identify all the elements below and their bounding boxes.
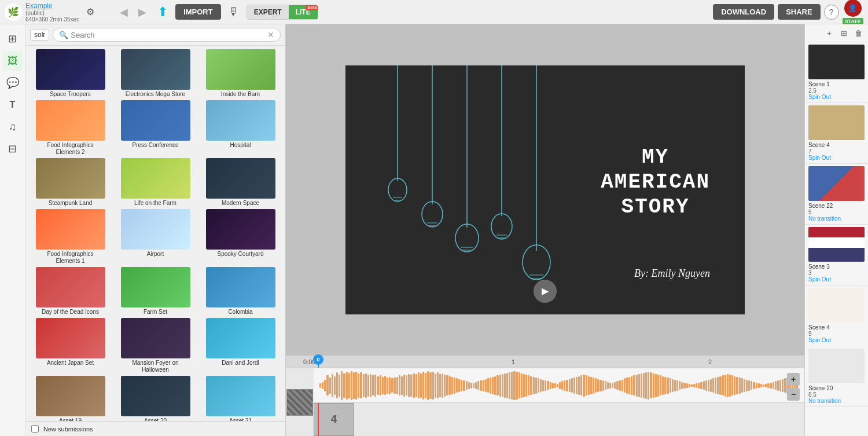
asset-item[interactable]: Colombia [199,267,282,316]
zoom-out-button[interactable]: − [787,388,800,401]
waveform-bar [346,372,348,400]
scene-card[interactable]: Scene 20 8.5 No transition [805,346,868,407]
waveform-bar [475,382,477,389]
waveform-bar [578,376,580,395]
zoom-in-button[interactable]: + [787,373,800,386]
asset-thumbnail [121,376,190,416]
asset-item[interactable]: Spooky Courtyard [199,209,282,265]
scene-transition[interactable]: Spin Out [808,155,865,161]
scene-card[interactable]: Scene 22 5 No transition [805,164,868,225]
waveform-bar [451,377,453,394]
waveform-bar [561,381,563,390]
asset-item[interactable]: Mansion Foyer on Halloween [114,318,197,373]
waveform-bar [432,372,434,400]
asset-item[interactable]: Electronics Mega Store [114,49,197,98]
scenes-nav-button[interactable]: ⊞ [3,29,23,49]
share-button[interactable]: SHARE [778,4,821,20]
settings-button[interactable]: ⚙ [83,4,98,20]
scene-thumbnail [808,227,865,262]
canvas-stage[interactable]: MY AMERICAN STORY By: Emily Nguyen ▶ [345,65,745,314]
comments-nav-button[interactable]: 💬 [3,73,23,93]
waveform-bar [351,371,352,400]
expert-mode-button[interactable]: EXPERT [247,5,289,19]
grid-view-button[interactable]: ⊞ [837,27,850,39]
waveform-bar [363,374,365,397]
upload-button[interactable]: ⬆ [153,3,172,21]
search-clear-icon[interactable]: ✕ [267,30,274,39]
waveform-bar [621,380,623,391]
scene-transition[interactable]: Spin Out [808,94,865,100]
waveform-bar [456,378,458,393]
waveform-bar [715,378,716,394]
timeline-area: 0:00 1 2 0 + − [286,355,804,436]
asset-item[interactable]: Inside the Barn [199,49,282,98]
scene-timeline-block[interactable]: 4 [314,403,354,436]
scene-transition[interactable]: No transition [808,398,865,404]
waveform-bar [377,376,378,395]
waveform-bar [550,382,551,389]
asset-thumbnail [36,100,105,141]
scene-duration: 7 [808,148,865,155]
waveform-bar [576,377,578,394]
scene-transition[interactable]: Spin Out [808,276,865,283]
asset-item[interactable]: Modern Space [199,158,282,207]
new-submissions-checkbox[interactable] [31,425,39,433]
project-link[interactable]: Example [25,2,79,10]
scene-card[interactable]: Scene 4 9 Spin Out [805,285,868,346]
waveform-bar [719,376,721,395]
download-button[interactable]: DOWNLOAD [713,4,774,20]
asset-item[interactable]: Food Infographics Elements 2 [29,100,112,156]
waveform-bar [403,375,405,397]
microphone-button[interactable]: 🎙 [225,3,243,21]
undo-button[interactable]: ◀ [116,3,131,21]
timeline-playhead[interactable]: 0 [318,356,319,368]
asset-item[interactable]: Life on the Farm [114,158,197,207]
asset-item[interactable]: Airport [114,209,197,265]
asset-item[interactable]: Asset 21 [199,376,282,421]
assets-grid: Space Troopers Electronics Mega Store In… [25,46,285,421]
asset-item[interactable]: Food Infographics Elements 1 [29,209,112,265]
asset-item[interactable]: Farm Set [114,267,197,316]
filter-tag[interactable]: solr [30,29,49,41]
waveform-bar [552,383,554,389]
music-nav-button[interactable]: ♫ [3,117,23,137]
asset-item[interactable]: Asset 20 [114,376,197,421]
search-input[interactable] [71,31,265,39]
text-nav-button[interactable]: T [3,95,23,115]
asset-item[interactable]: Day of the Dead Icons [29,267,112,316]
scene-card[interactable]: Scene 3 3 Spin Out [805,225,868,285]
asset-name: Day of the Dead Icons [42,309,99,316]
images-nav-button[interactable]: 🖼 [3,51,23,71]
asset-item[interactable]: Steampunk Land [29,158,112,207]
waveform-bar [399,375,400,395]
help-button[interactable]: ? [824,5,839,20]
asset-item[interactable]: Hospital [199,100,282,156]
timeline-zoom-controls: + − [787,373,800,401]
delete-button[interactable]: 🗑 [852,27,865,39]
waveform-bar [779,380,781,391]
asset-item[interactable]: Ancient Japan Set [29,318,112,373]
canvas-play-button[interactable]: ▶ [534,280,557,303]
scene-transition[interactable]: No transition [808,215,865,222]
import-button[interactable]: IMPORT [175,4,221,20]
waveform-bar [415,374,417,397]
waveform-bar [513,371,515,400]
waveform-bar [516,372,518,400]
waveform-bar [502,374,503,397]
redo-button[interactable]: ▶ [135,3,150,21]
top-toolbar: 🌿 Example (public) 640×360 2min 35sec ⚙ … [0,0,868,24]
waveform-bar [360,372,362,398]
lite-mode-button[interactable]: LITE beta [289,5,318,19]
scene-card[interactable]: Scene 4 7 Spin Out [805,103,868,164]
add-scene-button[interactable]: + [823,27,836,39]
asset-item[interactable]: Dani and Jordi [199,318,282,373]
scene-card[interactable]: Scene 1 2.5 Spin Out [805,42,868,103]
asset-item[interactable]: Space Troopers [29,49,112,98]
scene-transition[interactable]: Spin Out [808,337,865,343]
layout-nav-button[interactable]: ⊟ [3,139,23,159]
avatar[interactable]: 👤 [844,0,862,17]
canvas-area: MY AMERICAN STORY By: Emily Nguyen ▶ [286,24,804,355]
asset-item[interactable]: Asset 19 [29,376,112,421]
timeline-ruler: 0:00 1 2 0 [286,356,804,368]
asset-item[interactable]: Press Conference [114,100,197,156]
